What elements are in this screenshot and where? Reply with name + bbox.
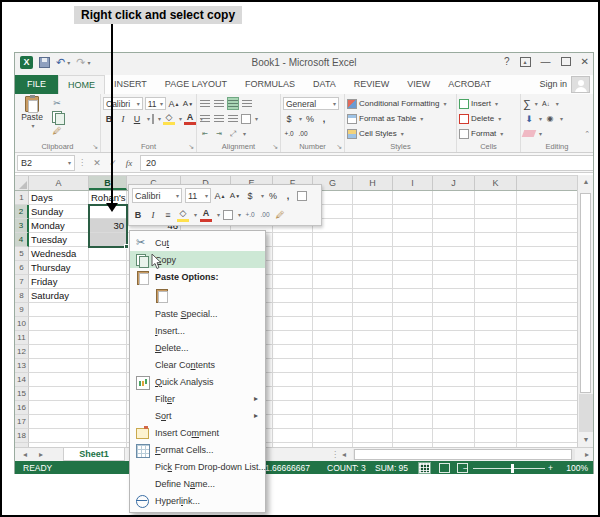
row-header-8[interactable]: 8 <box>15 289 29 303</box>
conditional-formatting-button[interactable]: Conditional Formatting▾ <box>347 96 454 111</box>
menu-item-sort[interactable]: Sort▸ <box>130 407 265 424</box>
cell-K4[interactable] <box>475 233 517 247</box>
cell-K18[interactable] <box>475 429 517 443</box>
cell-B14[interactable] <box>89 373 127 387</box>
mini-comma-button[interactable]: , <box>282 188 294 203</box>
cell-B15[interactable] <box>89 387 127 401</box>
cell-F17[interactable] <box>273 415 313 429</box>
row-header-5[interactable]: 5 <box>15 247 29 261</box>
cell-I16[interactable] <box>393 401 433 415</box>
cell-F6[interactable] <box>273 261 313 275</box>
find-select-button[interactable]: ◉ <box>544 112 556 125</box>
column-header-i[interactable]: I <box>393 176 433 190</box>
cell-B16[interactable] <box>89 401 127 415</box>
cell-J13[interactable] <box>433 359 475 373</box>
row-header-2[interactable]: 2 <box>15 205 29 219</box>
cell-F8[interactable] <box>273 289 313 303</box>
bottom-align-button[interactable] <box>227 97 239 110</box>
column-header-h[interactable]: H <box>353 176 393 190</box>
tab-acrobat[interactable]: ACROBAT <box>439 75 500 94</box>
cell-J9[interactable] <box>433 303 475 317</box>
cell-H9[interactable] <box>353 303 393 317</box>
mini-font-name-select[interactable]: Calibri▾ <box>132 188 182 203</box>
cell-K11[interactable] <box>475 331 517 345</box>
tab-file[interactable]: FILE <box>15 75 58 94</box>
font-dialog-launcher-icon[interactable]: ↘ <box>188 143 194 150</box>
cell-I8[interactable] <box>393 289 433 303</box>
cell-F15[interactable] <box>273 387 313 401</box>
delete-cells-button[interactable]: Delete▾ <box>459 111 518 126</box>
select-all-corner[interactable] <box>15 176 29 190</box>
cell-H13[interactable] <box>353 359 393 373</box>
cell-J18[interactable] <box>433 429 475 443</box>
menu-item-format-cells[interactable]: Format Cells... <box>130 441 265 458</box>
cell-H17[interactable] <box>353 415 393 429</box>
sign-in-link[interactable]: Sign in <box>539 75 567 94</box>
cell-H8[interactable] <box>353 289 393 303</box>
cell-J17[interactable] <box>433 415 475 429</box>
menu-item-clear-contents[interactable]: Clear Contents <box>130 356 265 373</box>
cell-F7[interactable] <box>273 275 313 289</box>
cell-I1[interactable] <box>393 191 433 205</box>
cell-I17[interactable] <box>393 415 433 429</box>
cell-B13[interactable] <box>89 359 127 373</box>
cell-A7[interactable]: Friday <box>29 275 89 289</box>
zoom-slider-thumb[interactable] <box>511 464 514 473</box>
cell-K7[interactable] <box>475 275 517 289</box>
row-header-14[interactable]: 14 <box>15 373 29 387</box>
percent-style-button[interactable]: % <box>304 112 316 125</box>
number-dialog-launcher-icon[interactable]: ↘ <box>336 143 342 150</box>
format-as-table-button[interactable]: Format as Table▾ <box>347 111 454 126</box>
mini-increase-decimal-button[interactable]: +.0 <box>244 207 256 222</box>
cell-F4[interactable] <box>273 233 313 247</box>
cell-I12[interactable] <box>393 345 433 359</box>
cell-K6[interactable] <box>475 261 517 275</box>
zoom-out-icon[interactable]: − <box>463 463 468 473</box>
vertical-scroll-track[interactable] <box>579 394 593 432</box>
increase-decimal-button[interactable]: +.0 <box>283 127 295 140</box>
scroll-up-icon[interactable]: ▲ <box>579 175 593 189</box>
cell-G7[interactable] <box>313 275 353 289</box>
horizontal-scroll-thumb[interactable] <box>354 449 572 460</box>
row-header-7[interactable]: 7 <box>15 275 29 289</box>
cell-J14[interactable] <box>433 373 475 387</box>
tab-review[interactable]: REVIEW <box>345 75 399 94</box>
vertical-scroll-thumb[interactable] <box>580 193 591 393</box>
cell-A14[interactable] <box>29 373 89 387</box>
font-name-select[interactable]: Calibri▾ <box>103 97 143 110</box>
wrap-text-button[interactable] <box>241 97 253 110</box>
autosum-button[interactable]: ∑ <box>523 98 531 110</box>
cell-I18[interactable] <box>393 429 433 443</box>
cell-B7[interactable] <box>89 275 127 289</box>
cell-H10[interactable] <box>353 317 393 331</box>
tab-page-layout[interactable]: PAGE LAYOUT <box>156 75 236 94</box>
comma-style-button[interactable]: , <box>318 112 330 125</box>
cell-B18[interactable] <box>89 429 127 443</box>
cell-H4[interactable] <box>353 233 393 247</box>
cell-F9[interactable] <box>273 303 313 317</box>
cell-I15[interactable] <box>393 387 433 401</box>
menu-item-paste-special[interactable]: Paste Special... <box>130 305 265 322</box>
cell-K8[interactable] <box>475 289 517 303</box>
cell-G9[interactable] <box>313 303 353 317</box>
row-header-9[interactable]: 9 <box>15 303 29 317</box>
column-header-j[interactable]: J <box>433 176 475 190</box>
menu-item-filter[interactable]: Filter▸ <box>130 390 265 407</box>
cell-A3[interactable]: Monday <box>29 219 89 233</box>
row-header-11[interactable]: 11 <box>15 331 29 345</box>
cell-G16[interactable] <box>313 401 353 415</box>
cell-G8[interactable] <box>313 289 353 303</box>
cell-K16[interactable] <box>475 401 517 415</box>
cell-J16[interactable] <box>433 401 475 415</box>
cell-A5[interactable]: Wednesda <box>29 247 89 261</box>
cell-G18[interactable] <box>313 429 353 443</box>
cell-A11[interactable] <box>29 331 89 345</box>
menu-item-pick-from-dropdown[interactable]: Pick From Drop-down List... <box>130 458 265 475</box>
mini-bold-button[interactable]: B <box>132 207 144 222</box>
number-format-select[interactable]: General▾ <box>283 97 339 110</box>
cell-F11[interactable] <box>273 331 313 345</box>
mini-format-painter-button[interactable]: 🖉 <box>274 207 286 222</box>
cell-A18[interactable] <box>29 429 89 443</box>
cell-A4[interactable]: Tuesday <box>29 233 89 247</box>
cell-J3[interactable] <box>433 219 475 233</box>
